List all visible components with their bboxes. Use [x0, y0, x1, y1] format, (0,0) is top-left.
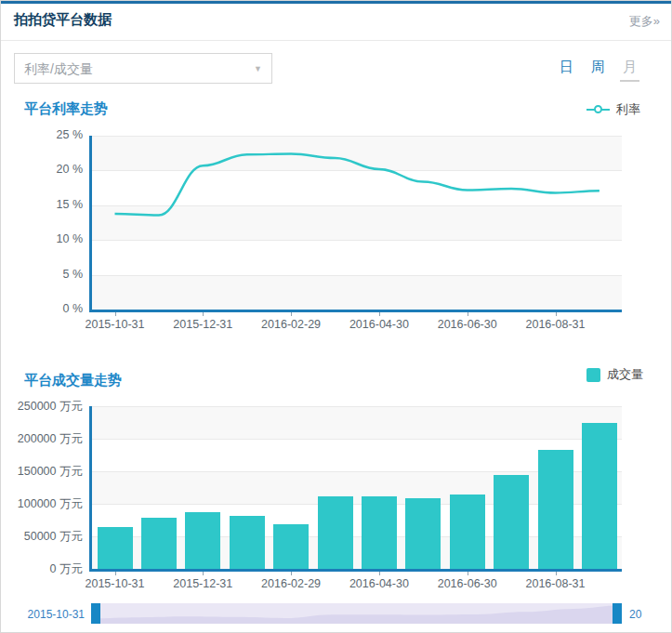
- axis-tick: [556, 572, 557, 575]
- line-chart-title: 平台利率走势: [24, 100, 108, 118]
- axis-tick: [379, 572, 380, 575]
- bar: [273, 524, 309, 569]
- tab-月[interactable]: 月: [620, 59, 639, 82]
- plot-band: [91, 136, 622, 171]
- x-axis-label: 2016-02-29: [249, 577, 333, 590]
- y-axis-label: 250000 万元: [18, 399, 83, 415]
- gridline: [91, 170, 622, 171]
- y-axis-line: [89, 406, 92, 572]
- datazoom-track[interactable]: [91, 603, 622, 624]
- bar: [98, 527, 133, 570]
- axis-tick: [468, 312, 468, 316]
- period-tabs: 日周月: [545, 59, 639, 82]
- line-legend-label: 利率: [616, 101, 640, 118]
- line-legend-icon: [586, 109, 610, 111]
- axis-tick: [291, 312, 292, 316]
- x-axis-label: 2016-04-30: [337, 577, 421, 590]
- y-axis-label: 20 %: [57, 163, 84, 176]
- y-axis-label: 15 %: [57, 198, 84, 211]
- x-axis-label: 2016-08-31: [514, 577, 598, 590]
- x-axis-label: 2015-12-31: [161, 318, 244, 331]
- plot-band: [91, 205, 622, 241]
- more-link[interactable]: 更多»: [629, 13, 660, 30]
- axis-tick: [468, 572, 468, 575]
- axis-tick: [115, 572, 116, 575]
- bar-legend-label: 成交量: [607, 366, 643, 383]
- page-title: 拍拍贷平台数据: [14, 11, 112, 29]
- bar-chart-title: 平台成交量走势: [24, 372, 122, 389]
- metric-select-value: 利率/成交量: [24, 61, 93, 78]
- datazoom-shadow: [91, 603, 622, 624]
- chevron-down-icon: ▼: [254, 64, 262, 73]
- datazoom-start-label: 2015-10-31: [28, 608, 85, 621]
- x-axis-line: [89, 569, 622, 572]
- header-divider: [1, 40, 671, 41]
- bar: [141, 518, 177, 569]
- line-chart-legend[interactable]: 利率: [586, 101, 640, 118]
- axis-tick: [291, 572, 292, 575]
- y-axis-label: 5 %: [62, 268, 83, 281]
- datazoom-left-handle[interactable]: [91, 603, 100, 624]
- x-axis-label: 2015-12-31: [161, 577, 244, 590]
- axis-tick: [203, 572, 204, 575]
- bar: [538, 450, 573, 569]
- x-axis-label: 2016-08-31: [514, 318, 598, 331]
- bar: [494, 475, 529, 570]
- y-axis-label: 0 万元: [50, 561, 83, 577]
- bar: [362, 496, 397, 569]
- bar-chart-legend[interactable]: 成交量: [586, 366, 643, 383]
- y-axis-label: 0 %: [62, 302, 83, 315]
- bar: [405, 498, 441, 569]
- y-axis-label: 200000 万元: [18, 431, 83, 447]
- platform-data-panel: 拍拍贷平台数据 更多» 利率/成交量 ▼ 日周月 平台利率走势 利率 平台成交量…: [0, 0, 672, 633]
- bar: [318, 496, 353, 569]
- gridline: [91, 240, 622, 241]
- gridline: [91, 275, 622, 276]
- bar: [230, 516, 265, 569]
- x-axis-label: 2016-06-30: [426, 318, 509, 331]
- gridline: [91, 136, 622, 137]
- axis-tick: [556, 312, 557, 316]
- gridline: [91, 205, 622, 206]
- bar: [450, 495, 485, 569]
- axis-tick: [379, 312, 380, 316]
- metric-select[interactable]: 利率/成交量 ▼: [14, 53, 272, 84]
- bar: [582, 423, 617, 570]
- axis-tick: [115, 312, 116, 316]
- x-axis-label: 2016-04-30: [337, 318, 421, 331]
- top-accent-bar: [1, 1, 671, 4]
- bar-legend-icon: [586, 368, 600, 382]
- y-axis-label: 100000 万元: [18, 496, 83, 512]
- datazoom-end-label: 20: [629, 608, 641, 621]
- plot-band: [91, 406, 622, 439]
- plot-band: [91, 170, 622, 205]
- tab-周[interactable]: 周: [588, 59, 608, 80]
- y-axis-label: 50000 万元: [24, 529, 83, 545]
- y-axis-line: [89, 136, 92, 313]
- plot-band: [91, 240, 622, 275]
- bar: [185, 512, 220, 569]
- gridline: [91, 439, 622, 440]
- y-axis-label: 25 %: [57, 128, 84, 141]
- y-axis-label: 150000 万元: [18, 464, 83, 480]
- datazoom-right-handle[interactable]: [613, 603, 622, 624]
- gridline: [91, 406, 622, 407]
- y-axis-label: 10 %: [57, 232, 84, 245]
- x-axis-label: 2015-10-31: [73, 577, 157, 590]
- x-axis-label: 2015-10-31: [73, 318, 157, 331]
- x-axis-line: [89, 310, 622, 312]
- axis-tick: [203, 312, 204, 316]
- x-axis-label: 2016-06-30: [426, 577, 509, 590]
- x-axis-label: 2016-02-29: [249, 318, 333, 331]
- plot-band: [91, 275, 622, 310]
- tab-日[interactable]: 日: [557, 59, 576, 80]
